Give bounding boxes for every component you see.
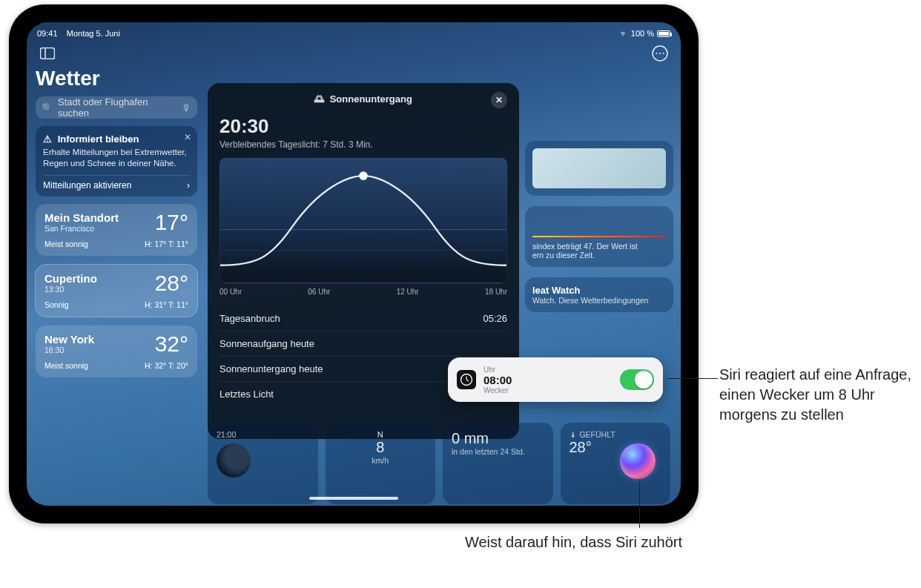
search-icon: 🔍: [42, 102, 53, 113]
siri-response-card[interactable]: Uhr 08:00 Wecker: [448, 357, 663, 402]
battery-icon: [657, 30, 670, 37]
close-icon[interactable]: ✕: [184, 132, 191, 142]
clock-app-icon: [457, 370, 476, 389]
right-detail-cards: sindex beträgt 47. Der Wert ist ern zu d…: [525, 141, 673, 323]
uv-scale-icon: [532, 236, 666, 237]
moon-phase-widget[interactable]: 21:00: [208, 423, 318, 504]
location-card-my-location[interactable]: Mein Standort San Francisco 17° Meist so…: [36, 204, 197, 256]
info-card-body: Erhalte Mitteilungen bei Extremwetter, R…: [43, 147, 190, 169]
callout-leader: [667, 378, 718, 379]
sunset-time: 20:30: [219, 115, 507, 138]
callout-leader: [639, 475, 640, 528]
sunset-icon: 🌅︎: [314, 93, 324, 105]
svg-point-4: [659, 53, 661, 54]
callout-siri-response: Siri reagiert auf eine Anfrage, einen We…: [719, 365, 912, 425]
status-bar: 09:41 Montag 5. Juni ᯤ 100 %: [27, 27, 681, 40]
stay-informed-card: ✕ ⚠︎ Informiert bleiben Erhalte Mitteilu…: [36, 126, 197, 196]
svg-line-9: [466, 380, 469, 381]
svg-rect-0: [41, 48, 55, 59]
ipad-frame: 09:41 Montag 5. Juni ᯤ 100 % Wetter 🔍: [9, 4, 699, 523]
info-card-title: ⚠︎ Informiert bleiben: [43, 133, 190, 145]
status-right: ᯤ 100 %: [620, 29, 670, 38]
sidebar-toggle-button[interactable]: [37, 43, 58, 64]
app-header: [37, 43, 670, 64]
wind-widget[interactable]: N 8 km/h: [326, 423, 436, 504]
rain-widget[interactable]: 0 mm in den letzten 24 Std.: [443, 423, 553, 504]
search-placeholder: Stadt oder Flughafen suchen: [58, 96, 177, 119]
precipitation-map-card[interactable]: [525, 141, 673, 196]
alarm-toggle[interactable]: [620, 369, 654, 390]
uv-index-card[interactable]: sindex beträgt 47. Der Wert ist ern zu d…: [525, 206, 673, 267]
moon-icon: [217, 443, 251, 478]
sidebar: Wetter 🔍 Stadt oder Flughafen suchen 🎙 ✕…: [36, 67, 197, 386]
weather-app-screen: 09:41 Montag 5. Juni ᯤ 100 % Wetter 🔍: [27, 22, 681, 506]
heat-watch-card[interactable]: leat Watch Watch. Diese Wetterbedingunge…: [525, 277, 673, 312]
svg-point-5: [663, 53, 664, 54]
chevron-right-icon: ›: [187, 180, 190, 191]
close-button[interactable]: ✕: [491, 92, 507, 108]
status-date: Montag 5. Juni: [67, 29, 120, 38]
svg-point-6: [359, 171, 368, 180]
location-card-new-york[interactable]: New York 16:30 32° Meist sonnig H: 32° T…: [36, 326, 197, 377]
chart-x-ticks: 00 Uhr 06 Uhr 12 Uhr 18 Uhr: [219, 288, 507, 296]
remaining-daylight: Verbleibendes Tageslicht: 7 Std. 3 Min.: [219, 139, 507, 150]
modal-header: 🌅︎ Sonnenuntergang ✕: [219, 93, 507, 105]
list-item: Tagesanbruch 05:26: [219, 306, 507, 331]
siri-app-label: Uhr: [483, 366, 613, 374]
page-title: Wetter: [36, 67, 197, 90]
sun-path-chart: [219, 157, 507, 283]
home-indicator[interactable]: [309, 497, 398, 500]
thermometer-icon: 🌡︎: [570, 430, 578, 439]
warning-icon: ⚠︎: [43, 133, 52, 145]
wifi-icon: ᯤ: [620, 29, 628, 38]
alarm-time: 08:00: [483, 374, 613, 386]
enable-notifications-row[interactable]: Mitteilungen aktivieren ›: [43, 175, 190, 191]
svg-point-3: [656, 53, 658, 54]
dictate-icon[interactable]: 🎙: [182, 102, 191, 113]
status-time: 09:41: [37, 29, 58, 38]
location-card-cupertino[interactable]: Cupertino 13:30 28° Sonnig H: 31° T: 11°: [36, 265, 197, 317]
more-button[interactable]: [650, 43, 670, 64]
status-left: 09:41 Montag 5. Juni: [37, 29, 120, 38]
callout-siri-listening: Weist darauf hin, dass Siri zuhört: [445, 532, 682, 552]
list-item: Sonnenaufgang heute: [219, 331, 507, 357]
widget-row: 21:00 N 8 km/h 0 mm in den letzten 24 St…: [208, 423, 670, 504]
alarm-label: Wecker: [483, 386, 613, 394]
map-thumbnail: [532, 148, 666, 188]
siri-orb[interactable]: [620, 443, 656, 479]
battery-pct: 100 %: [631, 29, 654, 38]
search-input[interactable]: 🔍 Stadt oder Flughafen suchen 🎙: [36, 96, 197, 119]
